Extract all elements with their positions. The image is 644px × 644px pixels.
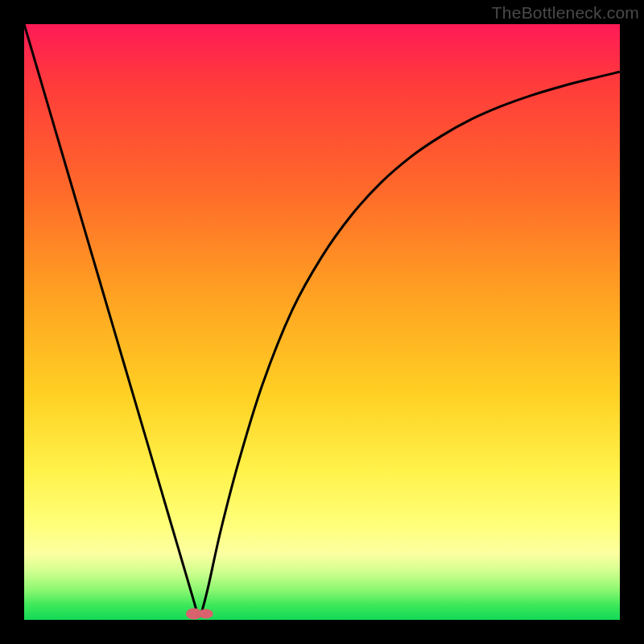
watermark-text: TheBottleneck.com xyxy=(492,3,639,23)
curve-line xyxy=(24,24,620,617)
minimum-markers xyxy=(186,609,213,620)
chart-frame: TheBottleneck.com xyxy=(0,0,644,644)
minimum-dot-2 xyxy=(199,609,213,619)
plot-area xyxy=(24,24,620,620)
bottleneck-curve xyxy=(24,24,620,620)
